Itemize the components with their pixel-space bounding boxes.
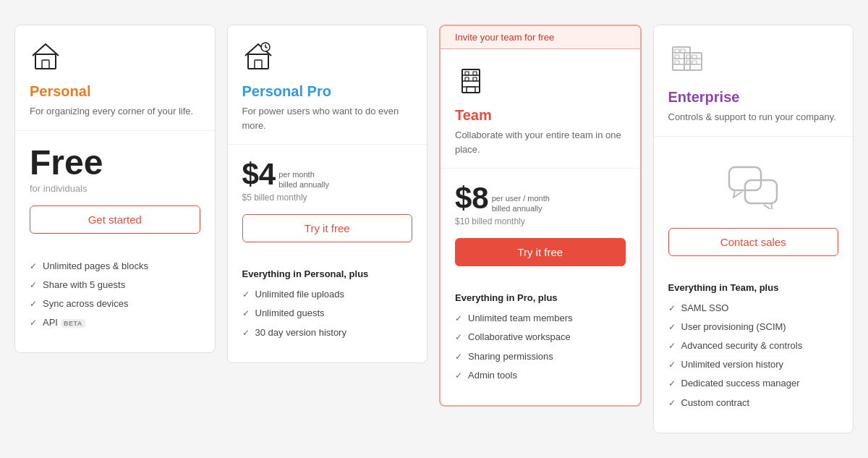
check-icon-personal-pro-2: ✓: [242, 327, 250, 339]
feature-item-team-1: ✓ Collaborative workspace: [455, 331, 626, 344]
svg-rect-3: [255, 60, 262, 69]
feature-item-team-0: ✓ Unlimited team members: [455, 312, 626, 325]
plan-cta-team: Try it free: [441, 226, 640, 281]
price-per-line2-team: billed annually: [492, 203, 550, 213]
feature-text-personal-pro-2: 30 day version history: [255, 326, 346, 339]
cta-button-personal[interactable]: Get started: [30, 205, 200, 234]
plan-features-enterprise: Everything in Team, plus ✓ SAML SSO ✓ Us…: [654, 271, 854, 433]
plan-features-personal-pro: Everything in Personal, plus ✓ Unlimited…: [228, 257, 427, 362]
check-icon-team-2: ✓: [455, 351, 462, 363]
feature-item-enterprise-1: ✓ User provisioning (SCIM): [668, 321, 839, 334]
feature-text-team-3: Admin tools: [468, 369, 517, 382]
feature-text-enterprise-4: Dedicated success manager: [681, 377, 800, 390]
feature-text-personal-2: Sync across devices: [43, 297, 129, 310]
plan-description-team: Collaborate with your entire team in one…: [455, 128, 626, 156]
check-icon-enterprise-4: ✓: [668, 378, 676, 390]
feature-item-enterprise-5: ✓ Custom contract: [668, 396, 839, 410]
invite-banner: Invite your team for free: [441, 26, 640, 49]
plan-header-team: TeamCollaborate with your entire team in…: [441, 49, 640, 169]
check-icon-personal-pro-1: ✓: [242, 308, 250, 320]
feature-text-personal-3: APIBETA: [43, 316, 85, 329]
feature-item-personal-2: ✓ Sync across devices: [30, 297, 200, 310]
house-icon: [30, 40, 200, 76]
check-icon-enterprise-1: ✓: [668, 321, 676, 334]
plan-pricing-personal-pro: $4 per month billed annually $5 billed m…: [228, 145, 427, 203]
price-value-personal-pro: $4: [242, 159, 276, 190]
cta-button-enterprise[interactable]: Contact sales: [668, 228, 839, 256]
plan-card-personal-pro: Personal ProFor power users who want to …: [227, 25, 428, 363]
plan-card-enterprise: EnterpriseControls & support to run your…: [653, 25, 854, 433]
cta-button-team[interactable]: Try it free: [455, 238, 626, 266]
feature-item-team-2: ✓ Sharing permissions: [455, 350, 626, 363]
svg-rect-0: [35, 54, 56, 69]
check-icon-personal-2: ✓: [30, 298, 37, 310]
plan-features-personal: ✓ Unlimited pages & blocks ✓ Share with …: [15, 248, 215, 353]
check-icon-team-0: ✓: [455, 313, 462, 325]
price-subtitle-team: $10 billed monthly: [455, 216, 626, 226]
plan-header-personal: PersonalFor organizing every corner of y…: [15, 25, 215, 131]
enterprise-icon-area: [668, 151, 839, 216]
feature-text-personal-pro-1: Unlimited guests: [255, 307, 325, 320]
feature-item-personal-3: ✓ APIBETA: [30, 316, 200, 329]
check-icon-team-3: ✓: [455, 370, 462, 382]
price-value-personal: Free: [30, 145, 103, 180]
features-heading-team: Everything in Pro, plus: [455, 292, 626, 303]
feature-item-personal-pro-1: ✓ Unlimited guests: [242, 307, 413, 320]
plan-cta-personal: Get started: [15, 194, 215, 248]
plan-cta-personal-pro: Try it free: [228, 203, 427, 257]
plan-pricing-enterprise: [654, 137, 854, 216]
house-pro-icon: [242, 40, 413, 76]
plan-name-personal: Personal: [30, 83, 200, 100]
feature-text-enterprise-3: Unlimited version history: [681, 358, 784, 371]
plan-header-enterprise: EnterpriseControls & support to run your…: [654, 25, 854, 137]
feature-item-enterprise-4: ✓ Dedicated success manager: [668, 377, 839, 390]
price-label-personal: for individuals: [30, 183, 200, 194]
plan-name-enterprise: Enterprise: [668, 89, 839, 106]
check-icon-personal-pro-0: ✓: [242, 289, 250, 301]
feature-text-enterprise-1: User provisioning (SCIM): [681, 321, 786, 334]
enterprise-icon: [668, 40, 839, 82]
feature-text-team-1: Collaborative workspace: [468, 331, 571, 344]
plan-cta-enterprise: Contact sales: [654, 216, 854, 271]
check-icon-personal-0: ✓: [30, 260, 37, 273]
svg-rect-2: [248, 54, 268, 69]
feature-text-enterprise-5: Custom contract: [681, 396, 750, 410]
feature-item-enterprise-0: ✓ SAML SSO: [668, 302, 839, 315]
price-per-line2-personal-pro: billed annually: [278, 179, 329, 190]
features-heading-enterprise: Everything in Team, plus: [668, 282, 839, 293]
feature-item-enterprise-3: ✓ Unlimited version history: [668, 358, 839, 371]
plan-card-team: Invite your team for free TeamCollaborat…: [439, 25, 642, 407]
feature-text-personal-pro-0: Unlimited file uploads: [255, 288, 345, 301]
price-per-line1-personal-pro: per month: [278, 169, 329, 179]
feature-text-enterprise-2: Advanced security & controls: [681, 339, 803, 352]
price-value-team: $8: [455, 183, 489, 213]
check-icon-personal-1: ✓: [30, 279, 37, 292]
feature-text-enterprise-0: SAML SSO: [681, 302, 729, 315]
pricing-container: PersonalFor organizing every corner of y…: [14, 25, 854, 433]
plan-header-personal-pro: Personal ProFor power users who want to …: [228, 25, 427, 145]
svg-rect-9: [467, 87, 475, 93]
plan-description-enterprise: Controls & support to run your company.: [668, 110, 839, 124]
price-per-line1-team: per user / month: [492, 193, 550, 203]
cta-button-personal-pro[interactable]: Try it free: [242, 214, 413, 242]
check-icon-enterprise-5: ✓: [668, 397, 676, 410]
plan-pricing-personal: Freefor individuals: [15, 131, 215, 194]
check-icon-enterprise-2: ✓: [668, 340, 676, 352]
plan-features-team: Everything in Pro, plus ✓ Unlimited team…: [441, 281, 640, 405]
svg-rect-1: [42, 60, 49, 69]
feature-text-team-2: Sharing permissions: [468, 350, 553, 363]
check-icon-enterprise-3: ✓: [668, 359, 676, 371]
check-icon-team-1: ✓: [455, 331, 462, 344]
check-icon-personal-3: ✓: [30, 317, 37, 329]
beta-badge: BETA: [61, 319, 85, 328]
price-details-personal-pro: per month billed annually: [278, 169, 329, 190]
feature-text-team-0: Unlimited team members: [468, 312, 573, 325]
check-icon-enterprise-0: ✓: [668, 302, 676, 315]
feature-item-team-3: ✓ Admin tools: [455, 369, 626, 382]
feature-item-enterprise-2: ✓ Advanced security & controls: [668, 339, 839, 352]
features-heading-personal-pro: Everything in Personal, plus: [242, 268, 413, 279]
building-icon: [455, 64, 626, 100]
feature-text-personal-1: Share with 5 guests: [43, 279, 125, 292]
feature-item-personal-1: ✓ Share with 5 guests: [30, 279, 200, 292]
plan-pricing-team: $8 per user / month billed annually $10 …: [441, 169, 640, 226]
